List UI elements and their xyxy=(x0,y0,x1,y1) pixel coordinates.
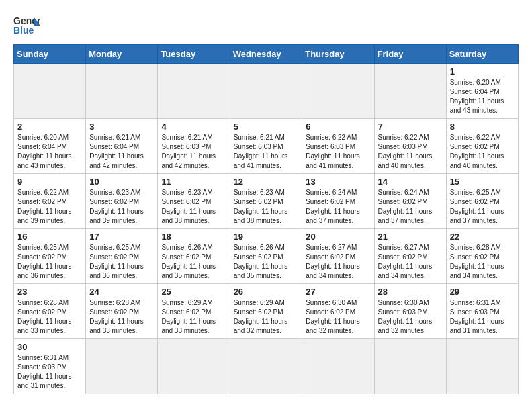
day-info: Sunrise: 6:27 AM Sunset: 6:02 PM Dayligh… xyxy=(378,243,443,281)
day-number: 22 xyxy=(450,232,515,242)
week-row-1: 1Sunrise: 6:20 AM Sunset: 6:04 PM Daylig… xyxy=(14,64,519,119)
day-number: 19 xyxy=(234,232,299,242)
day-info: Sunrise: 6:23 AM Sunset: 6:02 PM Dayligh… xyxy=(234,188,299,226)
day-cell: 8Sunrise: 6:22 AM Sunset: 6:02 PM Daylig… xyxy=(446,119,518,174)
day-info: Sunrise: 6:21 AM Sunset: 6:03 PM Dayligh… xyxy=(161,133,226,171)
calendar-table: SundayMondayTuesdayWednesdayThursdayFrid… xyxy=(13,44,519,394)
day-cell: 9Sunrise: 6:22 AM Sunset: 6:02 PM Daylig… xyxy=(14,174,86,229)
day-cell xyxy=(230,64,302,119)
day-number: 8 xyxy=(450,122,515,132)
day-cell: 22Sunrise: 6:28 AM Sunset: 6:02 PM Dayli… xyxy=(446,229,518,284)
day-cell: 21Sunrise: 6:27 AM Sunset: 6:02 PM Dayli… xyxy=(374,229,446,284)
logo: General Blue xyxy=(13,13,40,38)
week-row-6: 30Sunrise: 6:31 AM Sunset: 6:03 PM Dayli… xyxy=(14,339,519,394)
day-cell: 18Sunrise: 6:26 AM Sunset: 6:02 PM Dayli… xyxy=(158,229,230,284)
column-header-tuesday: Tuesday xyxy=(158,45,230,64)
day-cell: 27Sunrise: 6:30 AM Sunset: 6:02 PM Dayli… xyxy=(302,284,374,339)
day-number: 29 xyxy=(450,287,515,297)
day-cell xyxy=(374,64,446,119)
day-cell: 10Sunrise: 6:23 AM Sunset: 6:02 PM Dayli… xyxy=(86,174,158,229)
calendar-header-row: SundayMondayTuesdayWednesdayThursdayFrid… xyxy=(14,45,519,64)
day-cell: 12Sunrise: 6:23 AM Sunset: 6:02 PM Dayli… xyxy=(230,174,302,229)
day-number: 13 xyxy=(306,177,370,187)
day-number: 26 xyxy=(234,287,299,297)
day-info: Sunrise: 6:22 AM Sunset: 6:03 PM Dayligh… xyxy=(306,133,370,171)
day-number: 5 xyxy=(234,122,299,132)
column-header-saturday: Saturday xyxy=(446,45,518,64)
day-cell: 1Sunrise: 6:20 AM Sunset: 6:04 PM Daylig… xyxy=(446,64,518,119)
day-info: Sunrise: 6:23 AM Sunset: 6:02 PM Dayligh… xyxy=(161,188,226,226)
day-number: 25 xyxy=(161,287,226,297)
day-info: Sunrise: 6:28 AM Sunset: 6:02 PM Dayligh… xyxy=(89,298,154,336)
day-cell xyxy=(230,339,302,394)
column-header-monday: Monday xyxy=(86,45,158,64)
week-row-4: 16Sunrise: 6:25 AM Sunset: 6:02 PM Dayli… xyxy=(14,229,519,284)
day-info: Sunrise: 6:22 AM Sunset: 6:02 PM Dayligh… xyxy=(450,133,515,171)
day-info: Sunrise: 6:26 AM Sunset: 6:02 PM Dayligh… xyxy=(161,243,226,281)
day-info: Sunrise: 6:28 AM Sunset: 6:02 PM Dayligh… xyxy=(17,298,82,336)
day-cell: 17Sunrise: 6:25 AM Sunset: 6:02 PM Dayli… xyxy=(86,229,158,284)
day-cell: 11Sunrise: 6:23 AM Sunset: 6:02 PM Dayli… xyxy=(158,174,230,229)
day-info: Sunrise: 6:20 AM Sunset: 6:04 PM Dayligh… xyxy=(450,78,515,116)
day-info: Sunrise: 6:21 AM Sunset: 6:04 PM Dayligh… xyxy=(89,133,154,171)
day-info: Sunrise: 6:22 AM Sunset: 6:03 PM Dayligh… xyxy=(378,133,443,171)
day-number: 27 xyxy=(306,287,370,297)
day-info: Sunrise: 6:30 AM Sunset: 6:02 PM Dayligh… xyxy=(306,298,370,336)
day-cell xyxy=(86,339,158,394)
day-cell xyxy=(374,339,446,394)
week-row-5: 23Sunrise: 6:28 AM Sunset: 6:02 PM Dayli… xyxy=(14,284,519,339)
day-number: 24 xyxy=(89,287,154,297)
day-cell xyxy=(446,339,518,394)
day-number: 11 xyxy=(161,177,226,187)
day-info: Sunrise: 6:25 AM Sunset: 6:02 PM Dayligh… xyxy=(450,188,515,226)
day-number: 1 xyxy=(450,66,515,77)
day-number: 10 xyxy=(89,177,154,187)
day-cell: 19Sunrise: 6:26 AM Sunset: 6:02 PM Dayli… xyxy=(230,229,302,284)
day-info: Sunrise: 6:29 AM Sunset: 6:02 PM Dayligh… xyxy=(234,298,299,336)
day-cell: 30Sunrise: 6:31 AM Sunset: 6:03 PM Dayli… xyxy=(14,339,86,394)
day-cell xyxy=(158,64,230,119)
day-number: 6 xyxy=(306,122,370,132)
day-cell: 7Sunrise: 6:22 AM Sunset: 6:03 PM Daylig… xyxy=(374,119,446,174)
day-cell: 28Sunrise: 6:30 AM Sunset: 6:03 PM Dayli… xyxy=(374,284,446,339)
day-cell xyxy=(302,64,374,119)
column-header-sunday: Sunday xyxy=(14,45,86,64)
day-info: Sunrise: 6:25 AM Sunset: 6:02 PM Dayligh… xyxy=(17,243,82,281)
week-row-2: 2Sunrise: 6:20 AM Sunset: 6:04 PM Daylig… xyxy=(14,119,519,174)
day-info: Sunrise: 6:29 AM Sunset: 6:02 PM Dayligh… xyxy=(161,298,226,336)
day-cell: 4Sunrise: 6:21 AM Sunset: 6:03 PM Daylig… xyxy=(158,119,230,174)
day-info: Sunrise: 6:23 AM Sunset: 6:02 PM Dayligh… xyxy=(89,188,154,226)
day-number: 28 xyxy=(378,287,443,297)
day-number: 3 xyxy=(89,122,154,132)
day-number: 2 xyxy=(17,122,82,132)
day-cell: 15Sunrise: 6:25 AM Sunset: 6:02 PM Dayli… xyxy=(446,174,518,229)
day-cell: 6Sunrise: 6:22 AM Sunset: 6:03 PM Daylig… xyxy=(302,119,374,174)
day-number: 4 xyxy=(161,122,226,132)
day-cell: 29Sunrise: 6:31 AM Sunset: 6:03 PM Dayli… xyxy=(446,284,518,339)
column-header-wednesday: Wednesday xyxy=(230,45,302,64)
day-number: 12 xyxy=(234,177,299,187)
day-cell: 3Sunrise: 6:21 AM Sunset: 6:04 PM Daylig… xyxy=(86,119,158,174)
day-number: 30 xyxy=(17,342,82,352)
day-number: 16 xyxy=(17,232,82,242)
day-cell: 25Sunrise: 6:29 AM Sunset: 6:02 PM Dayli… xyxy=(158,284,230,339)
day-cell: 2Sunrise: 6:20 AM Sunset: 6:04 PM Daylig… xyxy=(14,119,86,174)
day-cell: 26Sunrise: 6:29 AM Sunset: 6:02 PM Dayli… xyxy=(230,284,302,339)
day-info: Sunrise: 6:31 AM Sunset: 6:03 PM Dayligh… xyxy=(17,353,82,391)
day-info: Sunrise: 6:25 AM Sunset: 6:02 PM Dayligh… xyxy=(89,243,154,281)
day-info: Sunrise: 6:27 AM Sunset: 6:02 PM Dayligh… xyxy=(306,243,370,281)
day-info: Sunrise: 6:20 AM Sunset: 6:04 PM Dayligh… xyxy=(17,133,82,171)
day-number: 9 xyxy=(17,177,82,187)
day-cell: 5Sunrise: 6:21 AM Sunset: 6:03 PM Daylig… xyxy=(230,119,302,174)
day-info: Sunrise: 6:24 AM Sunset: 6:02 PM Dayligh… xyxy=(378,188,443,226)
day-cell: 24Sunrise: 6:28 AM Sunset: 6:02 PM Dayli… xyxy=(86,284,158,339)
day-number: 17 xyxy=(89,232,154,242)
day-info: Sunrise: 6:30 AM Sunset: 6:03 PM Dayligh… xyxy=(378,298,443,336)
day-cell xyxy=(158,339,230,394)
day-number: 7 xyxy=(378,122,443,132)
column-header-friday: Friday xyxy=(374,45,446,64)
day-info: Sunrise: 6:31 AM Sunset: 6:03 PM Dayligh… xyxy=(450,298,515,336)
column-header-thursday: Thursday xyxy=(302,45,374,64)
day-number: 15 xyxy=(450,177,515,187)
day-info: Sunrise: 6:21 AM Sunset: 6:03 PM Dayligh… xyxy=(234,133,299,171)
